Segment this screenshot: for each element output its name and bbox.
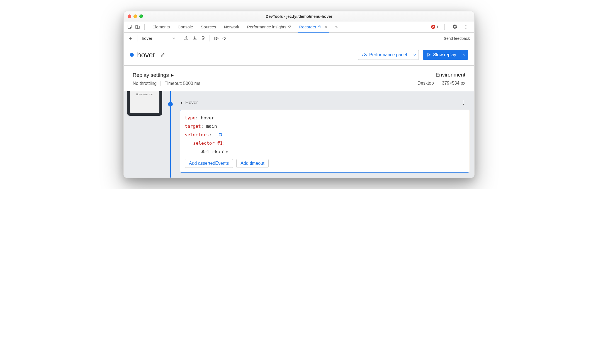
separator (210, 35, 210, 41)
header-actions: Performance panel Slow replay (358, 50, 468, 60)
svg-point-7 (364, 55, 365, 56)
environment-title: Environment (436, 72, 465, 78)
flask-icon: ⚗ (288, 25, 291, 29)
chevron-down-icon[interactable] (460, 50, 468, 60)
play-icon (427, 53, 431, 57)
tab-performance-insights[interactable]: Performance insights⚗ (247, 21, 291, 32)
separator (438, 81, 438, 86)
step-over-icon[interactable] (220, 34, 229, 43)
gauge-icon (362, 52, 367, 57)
tab-network[interactable]: Network (224, 21, 239, 32)
step-play-icon[interactable] (212, 34, 220, 43)
tabs: Elements Console Sources Network Perform… (152, 21, 338, 32)
devtools-tabbar: Elements Console Sources Network Perform… (124, 21, 474, 33)
tab-elements[interactable]: Elements (152, 21, 170, 32)
svg-point-5 (466, 28, 466, 29)
recording-select[interactable]: hover (140, 36, 178, 41)
close-window-button[interactable] (128, 14, 131, 18)
separator (144, 24, 145, 30)
separator (444, 24, 445, 30)
kebab-menu-icon[interactable] (462, 23, 470, 31)
edit-name-icon[interactable] (160, 52, 165, 57)
close-icon[interactable]: ✕ (324, 25, 327, 29)
thumbnail-column: Hover over me! (124, 91, 166, 178)
tab-console[interactable]: Console (178, 21, 193, 32)
tab-recorder[interactable]: Recorder⚗✕ (299, 21, 328, 32)
separator (137, 35, 137, 41)
tab-sources[interactable]: Sources (201, 21, 216, 32)
flask-icon: ⚗ (318, 25, 321, 29)
right-tools: ✕ 1 (431, 23, 472, 31)
window-title: DevTools - jec.fyi/demo/menu-hover (124, 14, 474, 19)
performance-panel-label: Performance panel (369, 52, 407, 57)
recording-name: hover (130, 51, 165, 59)
error-icon: ✕ (431, 25, 435, 29)
export-icon[interactable] (182, 34, 191, 43)
svg-point-4 (466, 26, 466, 27)
chevron-down-icon (172, 37, 175, 40)
recording-status-dot (130, 53, 134, 57)
caret-down-icon: ▼ (180, 101, 183, 104)
chevron-double-right-icon: » (335, 24, 337, 29)
replay-settings-title[interactable]: Replay settings ▸ (133, 72, 200, 78)
minimize-window-button[interactable] (133, 14, 137, 18)
performance-panel-button[interactable]: Performance panel (358, 50, 419, 60)
thumbnail-label: Hover over me! (130, 91, 159, 113)
chevron-down-icon[interactable] (411, 50, 419, 60)
slow-replay-label: Slow replay (433, 52, 456, 57)
throttling-value: No throttling (133, 81, 157, 86)
step-thumbnail: Hover over me! (127, 91, 162, 116)
device-value: Desktop (417, 81, 434, 86)
separator (180, 35, 180, 41)
separator (161, 81, 161, 86)
chevron-right-icon: ▸ (171, 72, 174, 78)
import-icon[interactable] (191, 34, 199, 43)
recording-title: hover (137, 51, 155, 59)
devtools-window: DevTools - jec.fyi/demo/menu-hover Eleme… (123, 11, 475, 178)
selector-n-key: selector #1 (193, 141, 223, 146)
timeout-value: Timeout: 5000 ms (165, 81, 200, 86)
settings-row: Replay settings ▸ No throttling Timeout:… (124, 66, 474, 91)
timeline-body: Hover over me! ▼ Hover ⋮ type: hover tar… (124, 91, 474, 178)
settings-gear-icon[interactable] (451, 23, 459, 31)
step-kebab-icon[interactable]: ⋮ (461, 100, 469, 106)
step-type-value[interactable]: hover (201, 115, 214, 120)
titlebar: DevTools - jec.fyi/demo/menu-hover (124, 11, 474, 21)
svg-point-3 (466, 25, 466, 26)
recording-select-value: hover (142, 36, 152, 41)
add-timeout-button[interactable]: Add timeout (236, 159, 268, 168)
tab-overflow[interactable]: » (335, 21, 337, 32)
send-feedback-link[interactable]: Send feedback (444, 36, 471, 41)
timeline-column: ▼ Hover ⋮ type: hover target: main selec… (166, 91, 474, 178)
step-title: Hover (185, 100, 198, 105)
step-selectors-key: selectors (185, 132, 209, 137)
step-header[interactable]: ▼ Hover ⋮ (166, 91, 469, 110)
device-toggle-icon[interactable] (134, 23, 142, 31)
svg-rect-2 (137, 26, 139, 29)
delete-icon[interactable] (199, 34, 207, 43)
new-recording-button[interactable] (127, 34, 135, 43)
slow-replay-button[interactable]: Slow replay (423, 50, 468, 60)
timeline-dot (168, 102, 173, 107)
svg-point-6 (224, 39, 225, 40)
inspect-icon[interactable] (126, 23, 134, 31)
step-card: type: hover target: main selectors: sele… (180, 110, 469, 173)
step-target-value[interactable]: main (206, 124, 217, 129)
error-badge[interactable]: ✕ 1 (431, 25, 438, 29)
recorder-toolbar: hover Send feedback (124, 33, 474, 44)
recording-header: hover Performance panel (124, 44, 474, 66)
error-count: 1 (436, 25, 438, 29)
selector-1-value[interactable]: #clickable (201, 149, 228, 154)
step-type-key: type (185, 115, 196, 120)
maximize-window-button[interactable] (139, 14, 143, 18)
step-target-key: target (185, 124, 201, 129)
selector-picker-icon[interactable] (217, 132, 224, 138)
dimensions-value: 379×534 px (442, 81, 465, 86)
traffic-lights (128, 14, 143, 18)
add-asserted-events-button[interactable]: Add assertedEvents (185, 159, 233, 168)
